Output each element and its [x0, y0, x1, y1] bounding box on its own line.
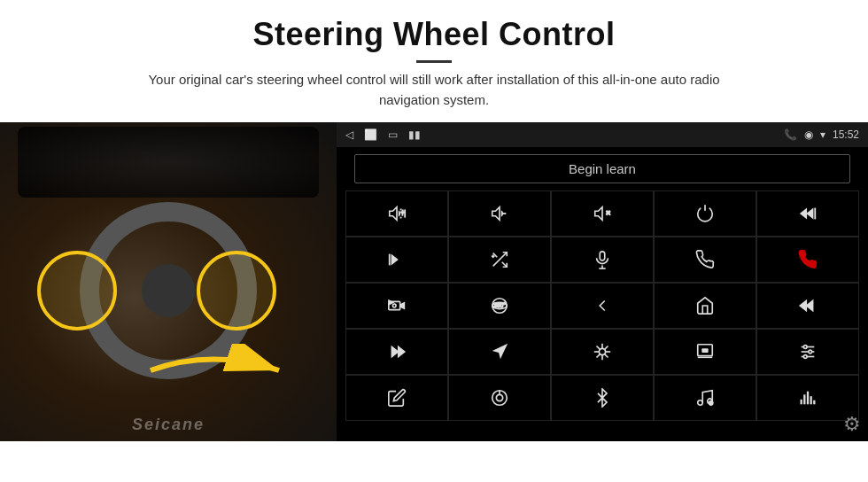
phone-icon	[695, 250, 715, 269]
svg-rect-45	[701, 348, 708, 353]
svg-point-50	[809, 350, 812, 354]
svg-marker-33	[398, 346, 406, 359]
camera-button[interactable]: ▶	[345, 283, 448, 329]
svg-line-16	[502, 262, 508, 268]
mute-button[interactable]: ✕	[551, 190, 654, 237]
svg-marker-31	[799, 299, 807, 313]
vol-up-button[interactable]: +	[345, 190, 448, 237]
dashboard-gauges	[18, 127, 319, 198]
end-call-icon	[798, 250, 818, 269]
svg-rect-20	[600, 252, 605, 260]
steering-wheel-center	[142, 264, 195, 317]
knob-button[interactable]	[448, 375, 551, 421]
svg-marker-24	[400, 301, 406, 309]
time-display: 15:52	[833, 128, 859, 141]
arrow-container	[142, 344, 292, 397]
title-divider	[416, 60, 452, 63]
sliders-icon	[798, 342, 818, 362]
svg-text:▶: ▶	[389, 299, 393, 305]
gear-settings-button[interactable]: ⚙	[843, 413, 861, 436]
svg-marker-34	[492, 344, 508, 359]
begin-learn-button[interactable]: Begin learn	[354, 154, 850, 183]
navigate-button[interactable]	[448, 329, 551, 375]
svg-text:+: +	[401, 208, 405, 216]
steering-wheel-image: Seicane	[0, 122, 337, 441]
svg-text:⚙: ⚙	[709, 400, 713, 406]
bluetooth-icon	[593, 388, 612, 408]
svg-text:✕: ✕	[606, 209, 610, 215]
phone-button[interactable]	[654, 237, 756, 283]
svg-marker-10	[806, 208, 813, 220]
prev-track-button[interactable]	[756, 190, 859, 237]
power-icon	[695, 204, 715, 223]
back-button[interactable]	[551, 283, 654, 329]
svg-point-49	[803, 346, 807, 349]
svg-point-35	[599, 348, 605, 354]
location-status-icon: ◉	[804, 128, 813, 141]
camera-icon: ▶	[387, 296, 407, 315]
begin-learn-row: Begin learn	[337, 147, 868, 190]
right-button-highlight	[197, 251, 276, 330]
eq-icon	[593, 342, 612, 362]
svg-point-51	[803, 355, 807, 359]
navigate-icon	[490, 342, 509, 362]
control-panel: ◁ ⬜ ▭ ▮▮ 📞 ◉ ▾ 15:52 Begin learn	[337, 122, 868, 441]
svg-point-55	[698, 400, 703, 406]
skip-back-button[interactable]	[756, 283, 859, 329]
media-button[interactable]	[654, 329, 756, 375]
svg-marker-11	[800, 208, 807, 220]
back-nav-icon[interactable]: ◁	[345, 128, 353, 141]
mute-icon: ✕	[593, 204, 612, 223]
svg-line-41	[605, 354, 608, 358]
svg-text:360°: 360°	[493, 302, 506, 308]
back-icon	[593, 296, 612, 315]
media-icon	[695, 342, 715, 362]
edit-icon	[387, 388, 407, 408]
arrow-icon	[142, 344, 292, 397]
360-view-button[interactable]: 360°	[448, 283, 551, 329]
next-track-icon	[387, 250, 407, 269]
svg-line-42	[605, 346, 608, 350]
recent-nav-icon[interactable]: ▭	[388, 128, 398, 141]
page-wrapper: Steering Wheel Control Your original car…	[0, 0, 868, 482]
fast-forward-icon	[387, 342, 407, 362]
phone-status-icon: 📞	[784, 128, 797, 141]
home-nav-icon[interactable]: ⬜	[364, 128, 377, 141]
vol-down-button[interactable]	[448, 190, 551, 237]
360-icon: 360°	[490, 296, 509, 315]
icon-grid: + ✕	[337, 190, 868, 421]
status-bar: ◁ ⬜ ▭ ▮▮ 📞 ◉ ▾ 15:52	[337, 122, 868, 147]
svg-marker-13	[391, 254, 399, 266]
status-bar-right: 📞 ◉ ▾ 15:52	[784, 128, 859, 141]
edit-button[interactable]	[345, 375, 448, 421]
music-button[interactable]: ⚙	[654, 375, 756, 421]
left-button-highlight	[37, 251, 117, 330]
bluetooth-button[interactable]	[551, 375, 654, 421]
music-icon: ⚙	[695, 388, 715, 408]
settings-sliders-button[interactable]	[756, 329, 859, 375]
prev-track-icon	[798, 204, 818, 223]
signal-icon: ▮▮	[408, 128, 421, 141]
shuffle-button[interactable]	[448, 237, 551, 283]
subtitle: Your original car's steering wheel contr…	[124, 70, 744, 110]
vol-down-icon	[490, 204, 509, 223]
end-call-button[interactable]	[756, 237, 859, 283]
page-title: Steering Wheel Control	[0, 16, 868, 53]
status-bar-left: ◁ ⬜ ▭ ▮▮	[345, 128, 421, 141]
shuffle-icon	[490, 250, 509, 269]
eq-button[interactable]	[551, 329, 654, 375]
home-button[interactable]	[654, 283, 756, 329]
fast-forward-button[interactable]	[345, 329, 448, 375]
wifi-status-icon: ▾	[820, 128, 825, 141]
svg-point-53	[496, 394, 502, 400]
power-button[interactable]	[654, 190, 756, 237]
skip-back-icon	[798, 296, 818, 315]
content-area: Seicane ◁ ⬜ ▭ ▮▮ 📞 ◉ ▾ 15:52	[0, 122, 868, 441]
vol-up-icon: +	[387, 204, 407, 223]
next-track-button[interactable]	[345, 237, 448, 283]
title-section: Steering Wheel Control Your original car…	[0, 16, 868, 122]
mic-button[interactable]	[551, 237, 654, 283]
svg-line-43	[597, 354, 601, 358]
mic-icon	[593, 250, 612, 269]
knob-icon	[490, 388, 509, 408]
